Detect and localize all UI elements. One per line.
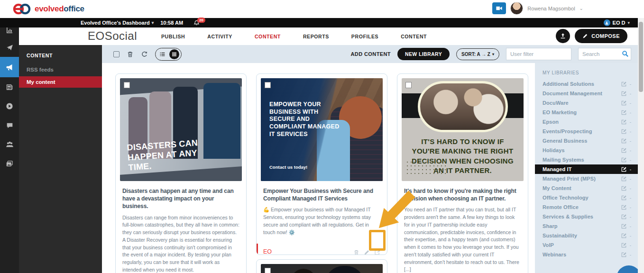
scrollbar-thumb[interactable] bbox=[639, 22, 643, 92]
refresh-button[interactable] bbox=[141, 51, 148, 58]
library-row-docuware[interactable]: DocuWare- bbox=[535, 98, 638, 108]
collapse-dash-icon[interactable]: - bbox=[630, 243, 631, 248]
nav-contacts-icon[interactable] bbox=[0, 135, 19, 154]
collapse-dash-icon[interactable]: - bbox=[630, 119, 631, 125]
user-filter-input[interactable] bbox=[506, 48, 571, 60]
edit-library-icon[interactable] bbox=[621, 252, 627, 258]
card-image-it-partner[interactable]: IT'S HARD TO KNOW IF YOU'RE MAKING THE R… bbox=[402, 78, 524, 181]
sidebar-item-rss-feeds[interactable]: RSS feeds bbox=[19, 64, 102, 75]
collapse-dash-icon[interactable]: - bbox=[630, 157, 631, 163]
collapse-dash-icon[interactable]: - bbox=[630, 110, 631, 115]
library-row-document-management[interactable]: Document Management- bbox=[535, 89, 638, 98]
video-call-button[interactable] bbox=[492, 2, 506, 14]
card-image-managed-it[interactable]: EMPOWER YOUR BUSINESS WITH SECURE AND CO… bbox=[261, 78, 383, 181]
library-row-managed-it[interactable]: Managed IT- bbox=[535, 164, 638, 174]
collapse-dash-icon[interactable]: - bbox=[630, 224, 631, 229]
library-row-sustainability[interactable]: Sustainability- bbox=[535, 231, 638, 240]
library-row-mailing-systems[interactable]: Mailing Systems- bbox=[535, 155, 638, 164]
collapse-dash-icon[interactable]: - bbox=[630, 205, 631, 210]
delete-icon[interactable] bbox=[353, 249, 359, 255]
account-switcher[interactable]: EO D ▾ bbox=[604, 19, 630, 26]
library-row-remote-office[interactable]: Remote Office- bbox=[535, 202, 638, 212]
collapse-dash-icon[interactable]: - bbox=[630, 233, 631, 238]
edit-library-icon[interactable] bbox=[621, 81, 627, 87]
edit-library-icon[interactable] bbox=[621, 233, 627, 239]
sidebar-item-my-content[interactable]: My content bbox=[19, 76, 102, 88]
nav-send-icon[interactable] bbox=[0, 38, 19, 57]
user-avatar[interactable] bbox=[510, 2, 523, 15]
library-row-general-business[interactable]: General Business- bbox=[535, 136, 638, 146]
library-row-managed-print[interactable]: Managed Print (MPS)- bbox=[535, 174, 638, 183]
collapse-dash-icon[interactable]: - bbox=[630, 138, 631, 144]
delete-button[interactable] bbox=[127, 51, 134, 58]
edit-library-icon[interactable] bbox=[621, 157, 627, 163]
library-row-holidays[interactable]: Holidays- bbox=[535, 146, 638, 155]
library-row-sharp[interactable]: Sharp- bbox=[535, 221, 638, 231]
library-row-webinars[interactable]: Webinars- bbox=[535, 250, 638, 259]
notifications-button[interactable]: 20 bbox=[193, 20, 200, 26]
collapse-dash-icon[interactable]: - bbox=[630, 186, 631, 191]
card-checkbox[interactable] bbox=[265, 82, 271, 88]
collapse-dash-icon[interactable]: - bbox=[630, 167, 631, 172]
library-row-my-content[interactable]: My Content- bbox=[535, 183, 638, 193]
tab-profiles[interactable]: PROFILES bbox=[351, 34, 378, 39]
edit-library-icon[interactable] bbox=[621, 185, 627, 191]
page-scrollbar[interactable] bbox=[638, 18, 644, 273]
edit-library-icon[interactable] bbox=[621, 214, 627, 220]
tab-publish[interactable]: PUBLISH bbox=[161, 34, 185, 39]
list-view-icon[interactable] bbox=[157, 50, 167, 58]
add-content-button[interactable]: ADD CONTENT bbox=[351, 51, 391, 57]
search-icon[interactable] bbox=[622, 50, 629, 57]
card-checkbox[interactable] bbox=[124, 82, 130, 88]
edit-library-icon[interactable] bbox=[621, 91, 627, 97]
collapse-dash-icon[interactable]: - bbox=[630, 148, 631, 153]
edit-library-icon[interactable] bbox=[621, 147, 627, 154]
library-row-events-prospecting[interactable]: Events/Prospecting- bbox=[535, 127, 638, 136]
tab-content-2[interactable]: CONTENT bbox=[401, 34, 427, 39]
library-row-office-technology[interactable]: Office Technology- bbox=[535, 193, 638, 202]
edit-library-icon[interactable] bbox=[621, 128, 627, 135]
tab-reports[interactable]: REPORTS bbox=[303, 34, 329, 39]
card-image-disasters[interactable]: DISASTERS CAN HAPPEN AT ANY TIME. bbox=[120, 78, 242, 181]
collapse-dash-icon[interactable]: - bbox=[630, 252, 631, 257]
card-image-partial[interactable] bbox=[261, 264, 383, 273]
library-row-additional-solutions[interactable]: Additional Solutions- bbox=[535, 79, 638, 89]
edit-library-icon[interactable] bbox=[621, 166, 627, 173]
library-row-eo-marketing[interactable]: EO Marketing- bbox=[535, 108, 638, 117]
tab-activity[interactable]: ACTIVITY bbox=[207, 34, 232, 39]
edit-library-icon[interactable] bbox=[621, 109, 627, 116]
collapse-dash-icon[interactable]: - bbox=[630, 91, 631, 96]
collapse-dash-icon[interactable]: - bbox=[630, 129, 631, 134]
nav-video-icon[interactable] bbox=[0, 97, 19, 116]
library-row-services-supplies[interactable]: Services & Supplies- bbox=[535, 212, 638, 221]
brand-logo[interactable]: evolvedoffice bbox=[12, 3, 84, 15]
collapse-dash-icon[interactable]: - bbox=[630, 214, 631, 219]
edit-library-icon[interactable] bbox=[621, 204, 627, 210]
card-checkbox[interactable] bbox=[405, 82, 412, 88]
user-menu-chevron-icon[interactable]: ⌄ bbox=[580, 6, 583, 11]
nav-media-library-icon[interactable] bbox=[0, 155, 19, 173]
edit-library-icon[interactable] bbox=[621, 242, 627, 248]
nav-messages-icon[interactable] bbox=[0, 116, 19, 135]
grid-view-icon[interactable] bbox=[169, 49, 179, 59]
sort-dropdown[interactable]: SORT: A → Z ▾ bbox=[456, 48, 499, 60]
edit-library-icon[interactable] bbox=[621, 119, 627, 125]
library-row-epson[interactable]: Epson- bbox=[535, 117, 638, 127]
new-library-button[interactable]: NEW LIBRARY bbox=[397, 48, 450, 60]
library-row-voip[interactable]: VoIP- bbox=[535, 240, 638, 250]
upload-button[interactable] bbox=[556, 29, 570, 43]
select-all-checkbox[interactable] bbox=[113, 51, 120, 57]
compose-button[interactable]: COMPOSE bbox=[575, 29, 627, 43]
collapse-dash-icon[interactable]: - bbox=[630, 82, 631, 87]
edit-library-icon[interactable] bbox=[621, 138, 627, 144]
nav-newsletter-icon[interactable] bbox=[0, 78, 19, 97]
edit-library-icon[interactable] bbox=[621, 223, 627, 229]
dashboard-selector[interactable]: Evolved Office's Dashboard ▾ bbox=[81, 20, 154, 26]
tab-content[interactable]: CONTENT bbox=[255, 34, 281, 39]
nav-social-megaphone-icon[interactable] bbox=[0, 57, 19, 77]
edit-library-icon[interactable] bbox=[621, 195, 627, 201]
card-checkbox[interactable] bbox=[265, 268, 271, 273]
collapse-dash-icon[interactable]: - bbox=[630, 195, 631, 200]
collapse-dash-icon[interactable]: - bbox=[630, 100, 631, 106]
edit-library-icon[interactable] bbox=[621, 176, 627, 182]
